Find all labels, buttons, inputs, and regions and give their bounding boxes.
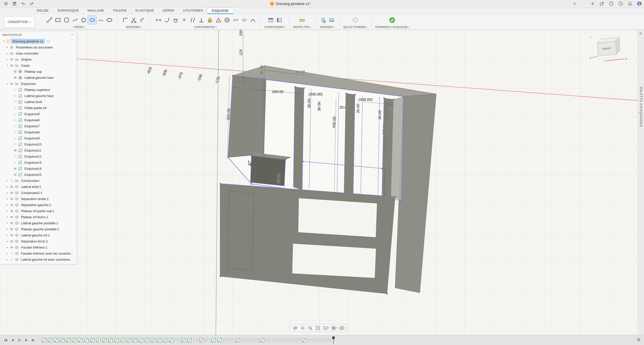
item-label[interactable]: Esquisse8 — [23, 130, 41, 134]
timeline-feature-component[interactable] — [266, 338, 271, 343]
home-icon[interactable]: ⌂ — [590, 35, 592, 39]
item-label[interactable]: Plateau inf partie sup:1 — [20, 209, 56, 213]
tab-solide[interactable]: SOLIDE — [32, 8, 53, 14]
chevron-down-icon[interactable]: ▾ — [336, 327, 337, 329]
timeline-feature-component[interactable] — [284, 338, 289, 343]
navigator-item[interactable]: ▸Plateau gauche portable:1 — [0, 226, 76, 232]
visibility-icon[interactable] — [13, 70, 18, 73]
navigator-item[interactable]: Esquisse5 — [0, 111, 76, 117]
visibility-icon[interactable] — [9, 179, 14, 183]
navigator-item[interactable]: Esquisse12 — [0, 153, 76, 159]
timeline-feature-component[interactable] — [308, 338, 313, 343]
visibility-icon[interactable] — [13, 76, 18, 80]
item-label[interactable]: Latéral gauche inf avec ouverture... — [20, 257, 73, 262]
expand-arrow-icon[interactable]: ▾ — [6, 82, 9, 85]
fit-button[interactable] — [315, 325, 321, 331]
timeline-feature-sketch[interactable] — [84, 338, 89, 343]
insert-mesh-icon[interactable] — [319, 16, 327, 24]
skip-end-button[interactable] — [30, 337, 36, 343]
item-label[interactable]: Esquisse11 — [23, 148, 42, 153]
undo-icon[interactable] — [20, 1, 26, 7]
visibility-icon[interactable] — [13, 88, 18, 92]
grid-settings-button[interactable]: ▾ — [330, 325, 337, 331]
expand-arrow-icon[interactable]: ▸ — [6, 258, 9, 261]
step-forward-button[interactable] — [23, 337, 29, 343]
tab-tôlerie[interactable]: TÔLERIE — [108, 8, 131, 14]
curvature-icon[interactable] — [248, 16, 257, 24]
tab-surfacique[interactable]: SURFACIQUE — [53, 8, 83, 14]
lock-icon[interactable] — [205, 16, 214, 24]
notifications-icon[interactable] — [627, 1, 633, 7]
visibility-icon[interactable] — [9, 215, 14, 219]
perpendicular-icon[interactable] — [197, 16, 205, 24]
navigator-item[interactable]: Esquisse9 — [0, 135, 76, 141]
expand-arrow-icon[interactable]: ▸ — [6, 179, 9, 182]
trim-icon[interactable] — [130, 16, 138, 24]
navigator-item[interactable]: ▸Construction — [0, 178, 76, 184]
visibility-icon[interactable] — [13, 130, 18, 134]
redo-icon[interactable] — [29, 1, 34, 7]
item-label[interactable]: Corps — [20, 63, 31, 68]
chevron-down-icon[interactable]: ▾ — [328, 327, 329, 329]
visibility-icon[interactable] — [9, 209, 14, 213]
navigator-item[interactable]: ▾Corps — [0, 62, 76, 68]
spline-icon[interactable] — [71, 16, 79, 24]
item-label[interactable]: Latéral droit — [23, 100, 43, 104]
timeline-feature-sketch[interactable] — [126, 338, 131, 343]
expand-arrow-icon[interactable]: ▸ — [6, 252, 9, 255]
zoom-button[interactable] — [307, 325, 314, 331]
visibility-icon[interactable] — [13, 155, 18, 158]
decal-icon[interactable] — [327, 16, 336, 24]
timeline-playhead[interactable] — [332, 336, 335, 344]
pan-button[interactable] — [300, 325, 306, 331]
slot-icon[interactable] — [88, 16, 96, 24]
item-label[interactable]: Esquisse15 — [23, 173, 42, 177]
timeline-feature-sketch[interactable] — [260, 338, 265, 343]
timeline-feature-sketch[interactable] — [72, 338, 77, 343]
plus-tab-icon[interactable] — [590, 1, 595, 7]
item-label[interactable]: Composant2:1 — [20, 191, 43, 195]
visibility-icon[interactable] — [13, 94, 18, 98]
wardrobe-model[interactable] — [220, 66, 436, 294]
navigator-item[interactable]: ▸Latéral gauche portable:1 — [0, 220, 76, 226]
document-tab[interactable]: Dressing penderie v1* — [270, 2, 311, 6]
horizontal-vertical-icon[interactable] — [163, 16, 171, 24]
extensions-icon[interactable] — [599, 1, 605, 7]
timeline-feature-component[interactable] — [223, 338, 228, 343]
navigator-item[interactable]: ▸Latéral gauche inf avec ouverture... — [0, 256, 76, 262]
expand-arrow-icon[interactable]: ▸ — [6, 210, 9, 212]
navigator-item[interactable]: Plateau sup — [0, 68, 76, 75]
configuration-icon[interactable] — [266, 16, 275, 24]
navigator-item[interactable]: Esquisse11 — [0, 147, 76, 153]
visibility-icon[interactable] — [9, 227, 14, 231]
timeline-feature-sketch[interactable] — [120, 338, 125, 343]
timeline-feature-component[interactable] — [193, 338, 198, 343]
expand-arrow-icon[interactable]: ▸ — [6, 234, 9, 236]
timeline-feature-component[interactable] — [175, 338, 180, 343]
workspace-selector[interactable]: CONCEPTION ▾ — [4, 16, 35, 28]
timeline-feature-sketch[interactable] — [60, 338, 65, 343]
navigator-item[interactable]: Esquisse15 — [0, 171, 76, 178]
visibility-icon[interactable] — [9, 245, 14, 249]
measure-icon[interactable] — [298, 16, 306, 24]
expand-arrow-icon[interactable]: ▸ — [6, 246, 9, 249]
visibility-icon[interactable] — [13, 142, 18, 146]
item-label[interactable]: Esquisse12 — [23, 154, 42, 159]
timeline-feature-component[interactable] — [326, 338, 331, 343]
item-label[interactable]: Plateau supérieur — [23, 88, 51, 92]
timeline-feature-component[interactable] — [205, 338, 210, 343]
visibility-icon[interactable] — [9, 221, 14, 225]
item-label[interactable]: Paramètres du document — [15, 45, 54, 50]
timeline-feature-sketch[interactable] — [66, 338, 71, 343]
item-label[interactable]: Latéral droit:1 — [20, 185, 42, 189]
navigator-item[interactable]: Esquisse13 — [0, 159, 76, 165]
collapse-panel-icon[interactable] — [71, 33, 74, 37]
visibility-icon[interactable] — [9, 258, 14, 261]
item-label[interactable]: Esquisse14 — [23, 166, 42, 171]
timeline-feature-component[interactable] — [253, 338, 259, 343]
navigator-item[interactable]: ▸Paramètres du document — [0, 44, 76, 50]
timeline-feature-sketch[interactable] — [217, 338, 222, 343]
model-canvas[interactable]: 250125-625-500-375-250-125190.00260.0030… — [0, 30, 637, 335]
visibility-icon[interactable] — [9, 191, 14, 195]
item-label[interactable]: Latéral gauche haut — [23, 94, 55, 98]
